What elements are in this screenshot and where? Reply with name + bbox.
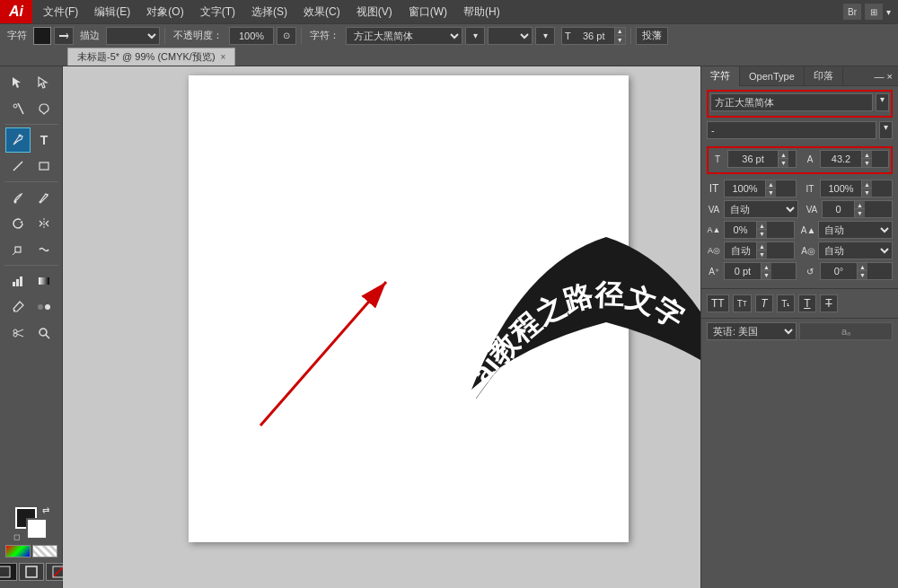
rect-tool[interactable] [31, 154, 57, 179]
pen-tool[interactable] [5, 127, 31, 153]
baseline3-down[interactable]: ▼ [756, 250, 767, 259]
scale-v2-down[interactable]: ▼ [861, 189, 872, 197]
toolbar-font-style-dropdown[interactable]: ▾ [535, 27, 555, 45]
toolbar-color-swatch[interactable] [33, 27, 51, 45]
menu-select[interactable]: 选择(S) [244, 3, 295, 22]
font-name-dropdown[interactable]: ▾ [876, 93, 889, 111]
font-size-up[interactable]: ▲ [778, 151, 788, 159]
menu-help[interactable]: 帮助(H) [456, 3, 507, 22]
tt-subscript-btn[interactable]: T₁ [777, 294, 795, 312]
kerning-select[interactable]: 自动 [724, 200, 798, 218]
baseline4-select[interactable]: 自动 [818, 241, 893, 259]
line-tool[interactable] [5, 154, 31, 179]
menu-object[interactable]: 对象(O) [139, 3, 190, 22]
toolbar-font-select[interactable]: 方正大黑简体 [346, 27, 462, 45]
menu-window[interactable]: 窗口(W) [401, 3, 454, 22]
toolbar-font-dropdown[interactable]: ▾ [465, 27, 485, 45]
font-size-down[interactable]: ▼ [778, 159, 788, 167]
menu-file[interactable]: 文件(F) [36, 3, 85, 22]
scale-v2-input[interactable] [821, 183, 861, 194]
toolbar: 字符 描边 不透明度： ⊙ 字符： 方正大黑简体 ▾ ▾ T ▲ ▼ 投藩 [0, 23, 898, 47]
font-size2-up[interactable]: ▲ [861, 151, 872, 159]
scale-v1-up[interactable]: ▲ [765, 180, 776, 189]
reflect-tool[interactable] [31, 211, 57, 236]
right-panel-minimize[interactable]: — × [869, 71, 898, 82]
tt-smallcaps-btn[interactable]: TT [733, 294, 752, 312]
rotation-up[interactable]: ▲ [857, 263, 867, 271]
warp-tool[interactable] [31, 237, 57, 262]
menu-edit[interactable]: 编辑(E) [87, 3, 137, 22]
type-tool[interactable]: T [31, 127, 57, 153]
rotation-down[interactable]: ▼ [857, 271, 867, 279]
color-swap-icon[interactable]: ⇄ [42, 505, 49, 515]
toolbar-align-btn[interactable]: 投藩 [636, 27, 668, 45]
blend-tool[interactable] [31, 294, 57, 320]
none-color-btn[interactable] [32, 545, 57, 557]
graph-tool[interactable] [5, 268, 31, 294]
baseline3-up[interactable]: ▲ [756, 242, 767, 250]
tracking-down[interactable]: ▼ [854, 209, 865, 217]
magic-wand-tool[interactable] [5, 96, 31, 121]
font-size-input[interactable] [728, 154, 778, 164]
menu-effect[interactable]: 效果(C) [296, 3, 348, 22]
language-select[interactable]: 英语: 美国 [707, 322, 797, 340]
baseline-pt-up[interactable]: ▲ [761, 263, 771, 271]
tt-normal-btn[interactable]: T [755, 294, 773, 312]
color-mode-stroke[interactable] [19, 563, 44, 581]
document-tab[interactable]: 未标题-5* @ 99% (CMYK/预览) × [67, 48, 235, 66]
toolbar-font-size-input[interactable] [574, 31, 614, 41]
baseline-pt-down[interactable]: ▼ [761, 271, 771, 279]
aa-input[interactable] [799, 322, 893, 340]
pencil-tool[interactable] [31, 185, 57, 210]
menu-view[interactable]: 视图(V) [349, 3, 400, 22]
rotate-tool[interactable] [5, 211, 31, 236]
rotation-input[interactable] [821, 266, 857, 276]
lasso-tool[interactable] [31, 96, 57, 121]
tt-caps-btn[interactable]: TT [707, 294, 729, 312]
baseline3-input[interactable] [725, 245, 756, 256]
baseline-pt-input[interactable] [725, 266, 761, 276]
color-gradient-btn[interactable] [5, 545, 31, 557]
scale-tool[interactable] [5, 237, 31, 262]
direct-selection-tool[interactable] [31, 70, 57, 95]
toolbar-stroke-icon[interactable] [54, 27, 74, 45]
toolbar-font-size-up[interactable]: ▲ [614, 28, 625, 36]
zoom-tool[interactable] [31, 320, 57, 346]
font-style-dropdown[interactable]: ▾ [879, 121, 893, 139]
tab-close-button[interactable]: × [221, 52, 226, 62]
scissors-tool[interactable] [5, 320, 31, 346]
baseline1-down[interactable]: ▼ [756, 230, 767, 238]
tt-underline-btn[interactable]: T [798, 294, 816, 312]
baseline1-input[interactable] [725, 224, 756, 235]
font-size2-down[interactable]: ▼ [861, 159, 872, 167]
color-default-icon[interactable]: ◻ [13, 532, 20, 541]
paintbrush-tool[interactable] [5, 185, 31, 210]
grid-icon[interactable]: ⊞ [865, 4, 883, 20]
color-mode-fill[interactable] [0, 563, 17, 581]
tracking-up[interactable]: ▲ [854, 201, 865, 209]
scale-v1-input[interactable] [725, 183, 765, 194]
rp-tab-char[interactable]: 字符 [701, 66, 740, 86]
baseline1-up[interactable]: ▲ [756, 222, 767, 230]
gradient-tool[interactable] [31, 268, 57, 294]
toolbar-font-size-down[interactable]: ▼ [614, 36, 625, 44]
toolbar-stroke-select[interactable] [106, 27, 160, 45]
font-size2-input[interactable] [821, 154, 861, 164]
rp-tab-opentype[interactable]: OpenType [740, 66, 805, 86]
background-color[interactable] [26, 518, 48, 540]
rp-tab-paragraph[interactable]: 印落 [805, 66, 843, 86]
bridge-icon[interactable]: Br [843, 4, 861, 20]
font-style-input[interactable] [707, 121, 876, 139]
baseline2-select[interactable]: 自动 [818, 221, 893, 239]
font-name-input[interactable] [710, 93, 873, 111]
menu-type[interactable]: 文字(T) [193, 3, 242, 22]
toolbar-circle-icon[interactable]: ⊙ [277, 27, 296, 45]
tracking-input[interactable] [823, 204, 854, 215]
tt-strikethrough-btn[interactable]: T [820, 294, 838, 312]
scale-v1-down[interactable]: ▼ [765, 189, 776, 197]
scale-v2-up[interactable]: ▲ [861, 180, 872, 189]
eyedropper-tool[interactable] [5, 294, 31, 320]
toolbar-opacity-input[interactable] [229, 27, 274, 45]
toolbar-font-style-select[interactable] [488, 27, 533, 45]
selection-tool[interactable] [5, 70, 31, 95]
